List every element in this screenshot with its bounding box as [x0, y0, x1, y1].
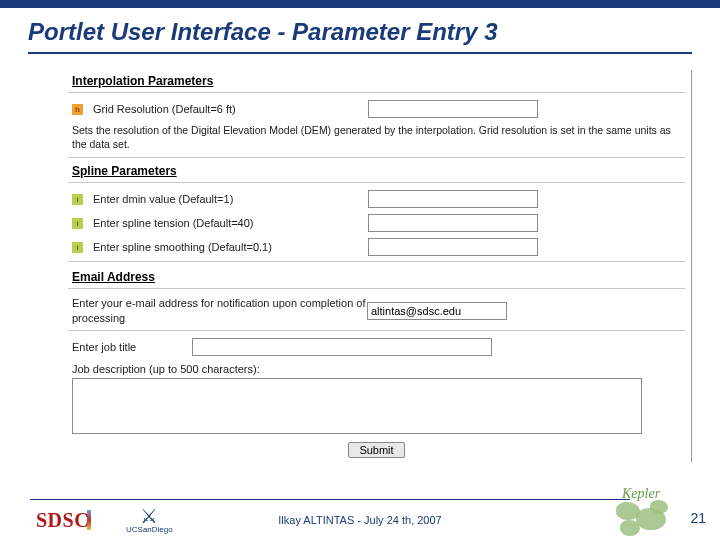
jobdesc-label: Job description (up to 500 characters):: [68, 359, 685, 378]
smoothing-label: Enter spline smoothing (Default=0.1): [93, 241, 368, 253]
email-row: Enter your e-mail address for notificati…: [68, 293, 685, 328]
section-interpolation: Interpolation Parameters: [68, 70, 685, 93]
dmin-row: i Enter dmin value (Default=1): [68, 187, 685, 211]
jobtitle-row: Enter job title: [68, 335, 685, 359]
ucsd-text: UCSanDiego: [126, 525, 173, 534]
title-container: Portlet User Interface - Parameter Entry…: [0, 8, 720, 58]
grid-resolution-input[interactable]: [368, 100, 538, 118]
slide-title: Portlet User Interface - Parameter Entry…: [28, 18, 692, 54]
smoothing-row: i Enter spline smoothing (Default=0.1): [68, 235, 685, 259]
submit-button[interactable]: Submit: [348, 442, 404, 458]
info-icon[interactable]: i: [72, 218, 83, 229]
slide-footer: SDSC ⚔ UCSanDiego Ilkay ALTINTAS - July …: [0, 484, 720, 540]
section-email: Email Address: [68, 266, 685, 289]
portlet-form: Interpolation Parameters h Grid Resoluti…: [68, 70, 692, 462]
sdsc-text: SDSC: [36, 509, 89, 531]
kepler-logo: Kepler: [612, 486, 676, 538]
jobdesc-textarea[interactable]: [72, 378, 642, 434]
email-input[interactable]: [367, 302, 507, 320]
section-spline: Spline Parameters: [68, 160, 685, 183]
email-label: Enter your e-mail address for notificati…: [72, 296, 367, 325]
grid-resolution-row: h Grid Resolution (Default=6 ft): [68, 97, 685, 121]
info-icon[interactable]: i: [72, 194, 83, 205]
divider: [68, 261, 685, 262]
jobtitle-label: Enter job title: [72, 341, 192, 353]
info-icon[interactable]: i: [72, 242, 83, 253]
submit-row: Submit: [68, 434, 685, 458]
tension-input[interactable]: [368, 214, 538, 232]
page-number: 21: [690, 510, 706, 526]
footer-caption: Ilkay ALTINTAS - July 24 th, 2007: [278, 514, 441, 526]
dmin-input[interactable]: [368, 190, 538, 208]
trident-icon: ⚔: [126, 507, 173, 525]
smoothing-input[interactable]: [368, 238, 538, 256]
slide-top-bar: [0, 0, 720, 8]
jobtitle-input[interactable]: [192, 338, 492, 356]
kepler-blob-icon: [650, 500, 668, 514]
footer-divider: [30, 499, 630, 500]
grid-resolution-note: Sets the resolution of the Digital Eleva…: [68, 121, 685, 158]
tension-row: i Enter spline tension (Default=40): [68, 211, 685, 235]
help-icon[interactable]: h: [72, 104, 83, 115]
dmin-label: Enter dmin value (Default=1): [93, 193, 368, 205]
sdsc-accent-icon: [87, 510, 91, 530]
sdsc-logo: SDSC: [36, 509, 91, 532]
tension-label: Enter spline tension (Default=40): [93, 217, 368, 229]
grid-resolution-label: Grid Resolution (Default=6 ft): [93, 103, 368, 115]
ucsd-logo: ⚔ UCSanDiego: [126, 507, 173, 534]
divider: [68, 330, 685, 331]
kepler-blob-icon: [620, 520, 640, 536]
